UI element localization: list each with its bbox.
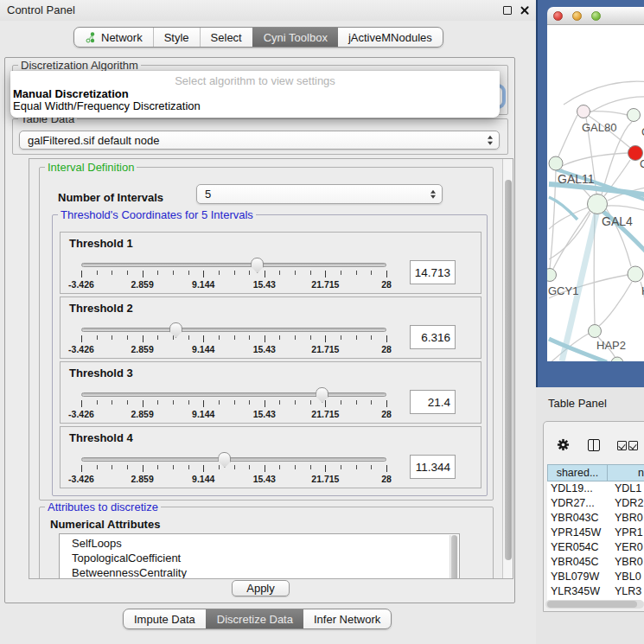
cell-name: YPR1 [608,526,644,540]
tick-mark [112,465,112,469]
network-node-h[interactable] [628,266,643,282]
network-edge[interactable] [607,206,644,212]
tab-label: jActiveMNodules [348,31,432,44]
tick-label: -3.426 [68,279,94,290]
tick-mark [188,335,189,340]
network-edge[interactable] [558,115,577,156]
threshold-value-field[interactable]: 11.344 [410,455,456,479]
tick-label: 21.715 [311,409,339,419]
network-canvas[interactable]: GAL80GACGAL11GAL4GCY1HHAP2 [547,25,644,361]
tick-mark [295,271,296,275]
algorithm-option[interactable]: Equal Width/Frequency Discretization [13,99,201,112]
list-scrollbar[interactable] [450,535,458,579]
attribute-item[interactable]: SelfLoops [60,536,459,551]
tick-mark [157,465,158,469]
close-traffic-light-icon[interactable] [553,11,563,21]
tab-network[interactable]: Network [74,28,154,47]
network-node-gal11[interactable] [549,156,563,170]
attribute-item[interactable]: TopologicalCoefficient [60,551,459,565]
table-row[interactable]: YLR345WYLR3 [547,584,644,599]
tick-mark [341,400,341,405]
control-panel-window: Control Panel NetworkStyleSelectCyni Too… [0,0,536,644]
network-icon [85,31,97,43]
table-row[interactable]: YBL079WYBL0 [547,570,644,584]
table-row[interactable]: YDR27...YDR2 [547,496,644,511]
tick-mark [356,271,357,275]
slider-thumb[interactable] [251,258,264,273]
network-edge[interactable] [599,282,632,326]
tick-mark [127,400,128,405]
slider-track[interactable] [81,263,386,267]
column-header[interactable]: shared... [547,464,608,481]
apply-button[interactable]: Apply [232,580,290,596]
network-node-gcy1[interactable] [547,269,557,282]
tab-impute-data[interactable]: Impute Data [124,609,207,628]
tab-style[interactable]: Style [154,28,201,47]
slider-thumb[interactable] [316,387,328,403]
slider-track[interactable] [81,392,386,397]
horizontal-scrollbar-thumb[interactable] [547,601,637,608]
tab-cyni-toolbox[interactable]: Cyni Toolbox [252,28,338,47]
tab-jactivemnodules[interactable]: jActiveMNodules [338,28,443,47]
network-node-hap2[interactable] [589,325,602,338]
network-window-titlebar[interactable] [547,7,644,25]
tab-infer-network[interactable]: Infer Network [303,609,391,628]
tick-label: -3.426 [68,409,94,419]
tick-mark [173,400,174,405]
tab-label: Select [211,31,242,44]
network-edge[interactable] [564,81,644,105]
table-row[interactable]: YDL19...YDL1 [547,481,644,496]
thresholds-container: Threshold 1-3.4262.8599.14415.4321.71528… [60,232,481,491]
network-node-ga[interactable] [628,109,641,122]
network-node-gal80[interactable] [577,105,590,118]
table-data-combobox[interactable]: galFiltered.sif default node [19,131,500,150]
list-scrollbar-thumb[interactable] [451,535,457,579]
slider-track[interactable] [81,457,386,462]
minimize-traffic-light-icon[interactable] [572,11,582,21]
tick-mark [112,271,112,275]
table-row[interactable]: YBR043CYBR0 [547,511,644,526]
vertical-scrollbar[interactable] [502,159,513,578]
chevron-updown-icon [430,189,436,199]
tick-mark [97,335,98,340]
number-of-intervals-combobox[interactable]: 5 [196,184,443,204]
tab-label: Style [164,31,189,44]
vertical-scrollbar-thumb[interactable] [505,180,512,560]
split-column-icon[interactable] [588,439,600,451]
number-of-intervals-label: Number of Intervals [58,191,163,204]
numerical-attributes-list[interactable]: SelfLoopsTopologicalCoefficientBetweenne… [59,533,460,579]
interval-definition-group-label: Interval Definition [45,161,137,174]
network-node[interactable] [611,357,623,361]
threshold-value-field[interactable]: 6.316 [410,325,456,349]
slider-track[interactable] [81,328,386,332]
algorithm-option[interactable]: Manual Discretization [13,87,129,100]
table-row[interactable]: YPR145WYPR1 [547,526,644,540]
threshold-label: Threshold 1 [69,237,133,250]
network-edge[interactable] [562,153,628,166]
network-edge[interactable] [549,213,590,259]
tick-mark [249,400,250,405]
tick-label: 15.43 [253,474,276,484]
slider-thumb[interactable] [169,322,182,338]
tab-select[interactable]: Select [201,28,253,47]
table-row[interactable]: YBR045CYBR0 [547,555,644,570]
gear-icon[interactable] [557,438,570,451]
attribute-item[interactable]: BetweennessCentrality [60,565,459,579]
cell-name: YLR3 [608,584,644,599]
control-panel-titlebar: Control Panel [0,0,536,21]
column-header[interactable]: na [608,464,644,481]
slider-thumb[interactable] [218,452,231,468]
close-icon[interactable] [520,5,530,16]
float-icon[interactable] [503,6,512,15]
network-edge-highlighted[interactable] [549,197,577,220]
tab-discretize-data[interactable]: Discretize Data [206,609,303,628]
horizontal-scrollbar[interactable] [545,600,644,609]
threshold-value-field[interactable]: 21.4 [410,390,456,414]
checkbox-icon[interactable] [628,441,638,450]
threshold-panel: Threshold 2-3.4262.8599.14415.4321.71528… [60,296,481,359]
network-node-gal4[interactable] [588,194,608,214]
checkbox-icon[interactable] [617,441,627,450]
threshold-value-field[interactable]: 14.713 [410,260,456,284]
table-row[interactable]: YER054CYER0 [547,540,644,555]
zoom-traffic-light-icon[interactable] [591,11,601,21]
